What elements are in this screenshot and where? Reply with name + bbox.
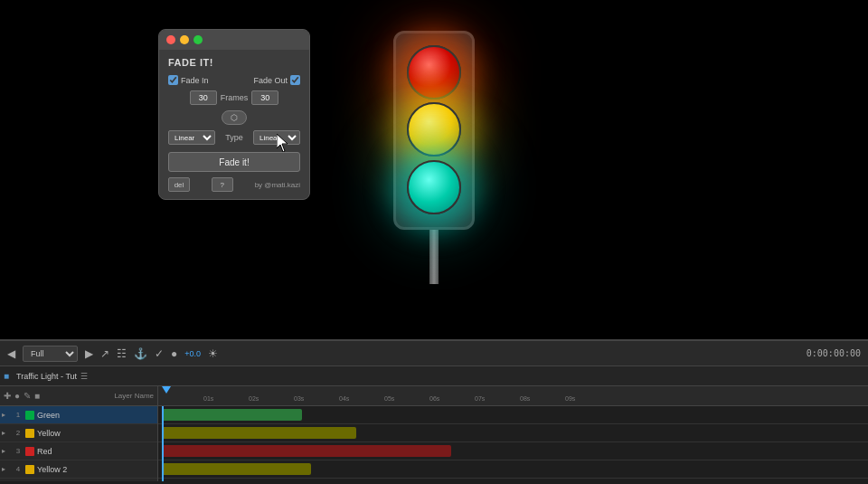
- timeline-toolbar: ◀ Full Half Quarter ▶ ↗ ☷ ⚓ ✓ ● +0.0 ☀ 0…: [0, 341, 868, 366]
- credit-text: by @mati.kazi: [255, 181, 300, 189]
- ruler-01s: 01s: [203, 395, 213, 402]
- layer-row[interactable]: ▸ 2 Yellow: [0, 424, 157, 442]
- layer-color: [25, 429, 34, 438]
- add-layer-icon[interactable]: ✚: [4, 391, 11, 401]
- track-row-5: [158, 479, 868, 481]
- mask-icon[interactable]: ■: [34, 391, 40, 401]
- fade-out-label: Fade Out: [253, 75, 300, 85]
- bottom-row: del ? by @mati.kazi: [168, 177, 300, 192]
- layer-number: 1: [11, 411, 25, 419]
- track-row-1: [158, 406, 868, 424]
- layers-panel: ✚ ● ✎ ■ Layer Name ▸ 1 Green ▸ 2 Yellow …: [0, 386, 868, 481]
- dialog-body: FADE IT! Fade In Fade Out 30 Frames 30 ⬡…: [159, 50, 309, 199]
- expand-icon: ▸: [2, 429, 11, 437]
- grid-icon[interactable]: ☷: [117, 347, 127, 360]
- zoom-fit-icon[interactable]: ↗: [100, 347, 109, 360]
- maximize-dot[interactable]: [193, 35, 203, 44]
- ruler-05s: 05s: [384, 395, 394, 402]
- ram-preview-icon[interactable]: ▶: [85, 347, 93, 360]
- timeline-area: ◀ Full Half Quarter ▶ ↗ ☷ ⚓ ✓ ● +0.0 ☀ 0…: [0, 339, 868, 484]
- minimize-dot[interactable]: [180, 35, 189, 44]
- playhead[interactable]: [162, 406, 164, 481]
- layer-color: [25, 447, 34, 456]
- ruler-04s: 04s: [339, 395, 349, 402]
- link-button[interactable]: ⬡: [222, 110, 247, 125]
- layer-number: 2: [11, 429, 25, 437]
- layer-name: Yellow: [37, 429, 156, 438]
- layer-row[interactable]: ▸ 3 Red: [0, 442, 157, 460]
- timeline-tracks: 01s 02s 03s 04s 05s 06s 07s 08s 09s: [158, 386, 868, 481]
- ruler-06s: 06s: [429, 395, 439, 402]
- snap-icon[interactable]: ⚓: [134, 347, 147, 360]
- light-red: [407, 45, 461, 100]
- canvas-area: [0, 0, 868, 339]
- frames-label: Frames: [221, 93, 249, 102]
- dialog-titlebar: [159, 30, 309, 50]
- frames-row: 30 Frames 30: [168, 90, 300, 105]
- track-bar-4[interactable]: [162, 463, 311, 475]
- layer-name: Yellow 2: [37, 465, 156, 474]
- plugin-title: FADE IT!: [168, 57, 300, 68]
- ruler-08s: 08s: [520, 395, 530, 402]
- expand-icon: ▸: [2, 411, 11, 419]
- motion-blur-icon[interactable]: ✓: [155, 347, 164, 360]
- layer-color: [25, 465, 34, 474]
- solo-icon[interactable]: ●: [14, 391, 20, 401]
- layer-list: ✚ ● ✎ ■ Layer Name ▸ 1 Green ▸ 2 Yellow …: [0, 386, 158, 481]
- help-button[interactable]: ?: [212, 177, 233, 192]
- type-out-select[interactable]: Linear EaseIn EaseOut: [253, 130, 300, 145]
- layer-name: Green: [37, 411, 156, 420]
- link-icon: ⬡: [231, 113, 238, 122]
- time-ruler: 01s 02s 03s 04s 05s 06s 07s 08s 09s: [158, 386, 868, 406]
- comp-name: Traffic Light - Tut: [13, 372, 77, 381]
- snapshot-icon[interactable]: ☀: [208, 347, 218, 360]
- track-row-2: [158, 424, 868, 442]
- traffic-light-body: [393, 31, 475, 230]
- timecode: 0:00:00:00: [807, 348, 861, 358]
- track-rows: [158, 406, 868, 481]
- paint-icon[interactable]: ✎: [24, 391, 31, 401]
- layer-row[interactable]: ▸ 4 Yellow 2: [0, 460, 157, 479]
- plugin-dialog: FADE IT! Fade In Fade Out 30 Frames 30 ⬡…: [158, 29, 310, 200]
- light-yellow: [407, 102, 461, 157]
- fade-in-label: Fade In: [168, 75, 209, 85]
- layer-controls-header: ✚ ● ✎ ■ Layer Name: [0, 386, 157, 406]
- type-in-select[interactable]: Linear EaseIn EaseOut: [168, 130, 215, 145]
- delete-button[interactable]: del: [168, 177, 190, 192]
- track-bar-2[interactable]: [162, 427, 356, 439]
- frames-in-input[interactable]: 30: [190, 90, 217, 105]
- nav-back-icon[interactable]: ◀: [7, 347, 15, 360]
- fade-it-button[interactable]: Fade it!: [168, 152, 300, 172]
- preview-select[interactable]: Full Half Quarter: [23, 346, 78, 362]
- comp-icon: ■: [4, 371, 9, 381]
- track-row-4: [158, 460, 868, 479]
- ruler-02s: 02s: [249, 395, 259, 402]
- type-row: Linear EaseIn EaseOut Type Linear EaseIn…: [168, 130, 300, 145]
- layer-number: 3: [11, 447, 25, 455]
- track-bar-1[interactable]: [162, 409, 302, 421]
- timeline-header: ■ Traffic Light - Tut ☰: [0, 366, 868, 386]
- comp-menu-icon[interactable]: ☰: [80, 372, 88, 381]
- type-label: Type: [225, 133, 243, 142]
- plus-label: +0.0: [184, 349, 201, 358]
- track-bar-3[interactable]: [162, 445, 451, 457]
- layer-name: Red: [37, 447, 156, 456]
- fade-options: Fade In Fade Out: [168, 75, 300, 85]
- ruler-07s: 07s: [475, 395, 485, 402]
- layer-row[interactable]: ▸ 5 Green 2: [0, 479, 157, 481]
- fade-out-checkbox[interactable]: [290, 75, 300, 85]
- layer-number: 4: [11, 465, 25, 473]
- frames-out-input[interactable]: 30: [251, 90, 278, 105]
- layer-name-header: Layer Name: [114, 392, 154, 400]
- traffic-light: [393, 31, 475, 284]
- close-dot[interactable]: [166, 35, 175, 44]
- layer-row[interactable]: ▸ 1 Green: [0, 406, 157, 424]
- expand-icon: ▸: [2, 447, 11, 455]
- track-row-3: [158, 442, 868, 460]
- camera-icon[interactable]: ●: [171, 347, 177, 360]
- layer-color: [25, 411, 34, 420]
- ruler-03s: 03s: [294, 395, 304, 402]
- traffic-pole: [429, 230, 439, 284]
- fade-in-checkbox[interactable]: [168, 75, 178, 85]
- light-green: [407, 160, 461, 214]
